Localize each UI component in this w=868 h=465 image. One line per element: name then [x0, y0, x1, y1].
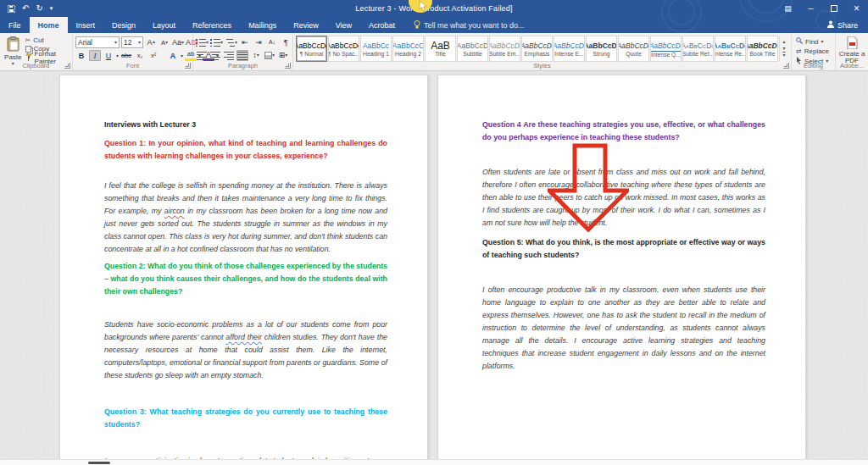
style-preview: AaBbCcDt	[586, 41, 617, 51]
align-center-button[interactable]	[209, 50, 221, 61]
font-size-combo[interactable]: 12 ▾	[121, 36, 143, 48]
font-name-combo[interactable]: Arial ▾	[75, 36, 120, 48]
tab-design[interactable]: Design	[103, 17, 144, 33]
tab-layout[interactable]: Layout	[144, 17, 184, 33]
tab-insert[interactable]: Insert	[68, 17, 104, 33]
save-icon[interactable]	[8, 1, 15, 16]
tab-mailings[interactable]: Mailings	[240, 17, 285, 33]
align-right-button[interactable]	[223, 50, 235, 61]
style-intense-emphasis[interactable]: AaBbCcDtIntense E...	[554, 36, 585, 62]
format-painter-icon	[25, 53, 32, 63]
italic-button[interactable]: I	[89, 50, 101, 61]
style-name: ¶ No Spac...	[328, 51, 359, 57]
style-quote[interactable]: AaBbCcDtQuote	[618, 36, 649, 62]
style-strong[interactable]: AaBbCcDtStrong	[586, 36, 617, 62]
tell-me-label: Tell me what you want to do...	[424, 21, 525, 30]
document-page-1[interactable]: Interviews with Lecturer 3 Question 1: I…	[59, 75, 428, 464]
text-run-spell-mark: aircon	[164, 207, 185, 215]
bullets-button[interactable]: ▾	[196, 36, 209, 47]
style-heading-1[interactable]: AaBbCcHeading 1	[360, 36, 392, 62]
copy-icon	[25, 46, 31, 53]
document-page-2[interactable]: Question 4 Are these teaching strategies…	[437, 75, 806, 464]
style-heading-2[interactable]: AaBbCcCHeading 2	[392, 36, 424, 62]
text-effects-caret-icon: ▾	[181, 53, 183, 58]
tab-view[interactable]: View	[327, 17, 360, 33]
paste-icon	[7, 36, 19, 53]
underline-button[interactable]: U	[103, 50, 114, 61]
restore-icon[interactable]	[822, 1, 845, 17]
tab-file[interactable]: File	[0, 17, 30, 33]
shading-button[interactable]: ▾	[264, 50, 275, 61]
lightbulb-icon	[414, 20, 420, 30]
style-title[interactable]: AaBTitle	[425, 36, 456, 62]
subscript-button[interactable]: x₂	[134, 50, 146, 61]
answer-5: I often encourage productive talk in my …	[482, 284, 765, 373]
paragraph-group: ▾ ▾ ▾ ⇤ ⇥ A↓ ¶ ↕▾ ▾ ⊞▾ Paragraph	[193, 33, 293, 70]
change-case-button[interactable]: Aa▾	[172, 37, 184, 48]
bold-button[interactable]: B	[75, 50, 87, 61]
font-size-value: 12	[124, 38, 131, 47]
cut-button[interactable]: ✂ Cut	[25, 36, 70, 44]
restore-box	[831, 5, 837, 12]
style-no-spacing[interactable]: AaBbCcDc¶ No Spac...	[328, 36, 359, 62]
sort-button[interactable]: A↓	[266, 36, 278, 47]
paragraph-group-label: Paragraph	[193, 62, 292, 70]
clipboard-small-commands: ✂ Cut Copy Format Painter	[25, 35, 70, 61]
tell-me-box[interactable]: Tell me what you want to do...	[414, 17, 525, 33]
increase-indent-button[interactable]: ⇥	[253, 36, 264, 47]
borders-button[interactable]: ⊞▾	[277, 50, 289, 61]
redo-icon[interactable]: ↻	[36, 4, 42, 13]
styles-group-label: Styles	[293, 62, 791, 70]
paste-button[interactable]: Paste ▾	[3, 35, 24, 61]
style-emphasis[interactable]: AaBbCcDtEmphasis	[521, 36, 553, 62]
tab-acrobat[interactable]: Acrobat	[360, 17, 403, 33]
align-right-icon	[224, 51, 234, 59]
style-preview: AaBbCcDt	[618, 41, 649, 51]
answer-2: Students have socio-economic problems as…	[104, 318, 387, 382]
tab-home[interactable]: Home	[30, 17, 68, 33]
cut-label: Cut	[33, 36, 43, 44]
numbering-button[interactable]: ▾	[210, 36, 223, 47]
style-name: Subtitle	[463, 51, 482, 57]
justify-button[interactable]	[236, 50, 248, 61]
close-icon[interactable]: ×	[845, 1, 868, 17]
document-area[interactable]: Interviews with Lecturer 3 Question 1: I…	[0, 71, 868, 465]
text-effects-button[interactable]: A	[167, 50, 179, 61]
tab-review[interactable]: Review	[285, 17, 327, 33]
decrease-indent-button[interactable]: ⇤	[239, 36, 251, 47]
customize-qat-icon[interactable]: ▾	[50, 4, 53, 13]
style-preview: AaBbCcDt	[554, 41, 585, 51]
tab-references[interactable]: References	[184, 17, 240, 33]
grow-font-button[interactable]: A▾	[145, 37, 157, 48]
red-down-arrow-annotation	[548, 134, 629, 232]
clipboard-group: Paste ▾ ✂ Cut Copy Format Painter Clipbo…	[0, 33, 73, 70]
borders-caret-icon: ▾	[285, 53, 287, 58]
show-hide-pilcrow-button[interactable]: ¶	[280, 36, 292, 47]
shrink-font-button[interactable]: A▾	[159, 37, 170, 48]
ribbon-display-options-icon[interactable]: ▤	[776, 1, 799, 17]
font-name-value: Arial	[78, 38, 92, 47]
change-case-caret-icon: ▾	[181, 40, 184, 45]
style-name: ¶ Normal	[300, 51, 323, 57]
pilcrow-icon: ¶	[284, 38, 288, 47]
clear-formatting-label: A	[186, 38, 191, 47]
numbering-icon	[210, 38, 220, 47]
style-normal[interactable]: AaBbCcDc¶ Normal	[296, 36, 327, 62]
paste-label: Paste	[4, 53, 21, 61]
superscript-button[interactable]: x²	[147, 50, 159, 61]
font-group: Arial ▾ 12 ▾ A▾ A▾ Aa▾ A B I U▾ abc x₂ x…	[73, 33, 193, 70]
strikethrough-button[interactable]: abc	[120, 50, 132, 61]
undo-icon[interactable]: ↶	[22, 4, 29, 13]
style-preview: AaBbCcDc	[296, 41, 327, 51]
line-spacing-button[interactable]: ↕▾	[250, 50, 262, 61]
style-name: Title	[435, 51, 446, 57]
style-subtitle[interactable]: AaBbCcDSubtitle	[457, 36, 488, 62]
bullets-caret-icon: ▾	[206, 40, 209, 45]
align-left-button[interactable]	[196, 50, 208, 61]
style-preview: AaB	[431, 41, 450, 51]
minimize-icon[interactable]: ─	[799, 1, 822, 17]
multilevel-list-button[interactable]: ▾	[225, 36, 237, 47]
format-painter-button[interactable]: Format Painter	[25, 53, 70, 62]
style-subtle-emphasis[interactable]: AaBbCcDtSubtle Em...	[489, 36, 520, 62]
style-preview: AaBbCcDc	[328, 41, 359, 51]
